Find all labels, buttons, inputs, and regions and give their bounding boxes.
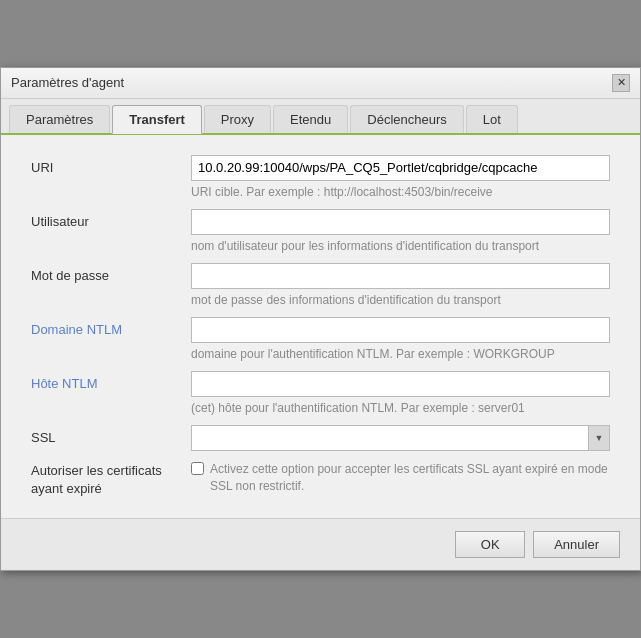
motdepasse-field: [191, 263, 610, 289]
tab-lot[interactable]: Lot: [466, 105, 518, 133]
ssl-row: SSL: [31, 425, 610, 451]
dialog-footer: OK Annuler: [1, 518, 640, 570]
utilisateur-hint: nom d'utilisateur pour les informations …: [31, 239, 610, 253]
cert-checkbox[interactable]: [191, 462, 204, 475]
cert-label: Autoriser les certificats ayant expiré: [31, 459, 191, 498]
cancel-button[interactable]: Annuler: [533, 531, 620, 558]
cert-checkbox-area: Activez cette option pour accepter les c…: [191, 459, 610, 495]
tab-transfert[interactable]: Transfert: [112, 105, 202, 134]
ssl-label: SSL: [31, 430, 191, 445]
ssl-select[interactable]: [191, 425, 610, 451]
tab-declencheurs[interactable]: Déclencheurs: [350, 105, 464, 133]
dialog-window: Paramètres d'agent ✕ Paramètres Transfer…: [0, 67, 641, 571]
utilisateur-input[interactable]: [191, 209, 610, 235]
cert-hint: Activez cette option pour accepter les c…: [210, 461, 610, 495]
motdepasse-row: Mot de passe: [31, 263, 610, 289]
ok-button[interactable]: OK: [455, 531, 525, 558]
dialog-title: Paramètres d'agent: [11, 75, 124, 90]
utilisateur-row: Utilisateur: [31, 209, 610, 235]
uri-label: URI: [31, 155, 191, 175]
motdepasse-hint: mot de passe des informations d'identifi…: [31, 293, 610, 307]
motdepasse-label: Mot de passe: [31, 263, 191, 283]
close-button[interactable]: ✕: [612, 74, 630, 92]
uri-hint: URI cible. Par exemple : http://localhos…: [31, 185, 610, 199]
domaine-label: Domaine NTLM: [31, 317, 191, 337]
tab-parametres[interactable]: Paramètres: [9, 105, 110, 133]
cert-field: Activez cette option pour accepter les c…: [191, 459, 610, 495]
motdepasse-input[interactable]: [191, 263, 610, 289]
hote-row: Hôte NTLM: [31, 371, 610, 397]
title-bar: Paramètres d'agent ✕: [1, 68, 640, 99]
uri-row: URI: [31, 155, 610, 181]
domaine-field: [191, 317, 610, 343]
uri-field: [191, 155, 610, 181]
form-content: URI URI cible. Par exemple : http://loca…: [1, 135, 640, 518]
hote-label: Hôte NTLM: [31, 371, 191, 391]
tab-proxy[interactable]: Proxy: [204, 105, 271, 133]
uri-input[interactable]: [191, 155, 610, 181]
hote-field: [191, 371, 610, 397]
domaine-input[interactable]: [191, 317, 610, 343]
utilisateur-field: [191, 209, 610, 235]
ssl-select-wrapper: [191, 425, 610, 451]
domaine-hint: domaine pour l'authentification NTLM. Pa…: [31, 347, 610, 361]
hote-hint: (cet) hôte pour l'authentification NTLM.…: [31, 401, 610, 415]
domaine-row: Domaine NTLM: [31, 317, 610, 343]
cert-row: Autoriser les certificats ayant expiré A…: [31, 459, 610, 498]
hote-input[interactable]: [191, 371, 610, 397]
utilisateur-label: Utilisateur: [31, 209, 191, 229]
tab-bar: Paramètres Transfert Proxy Etendu Déclen…: [1, 99, 640, 135]
tab-etendu[interactable]: Etendu: [273, 105, 348, 133]
